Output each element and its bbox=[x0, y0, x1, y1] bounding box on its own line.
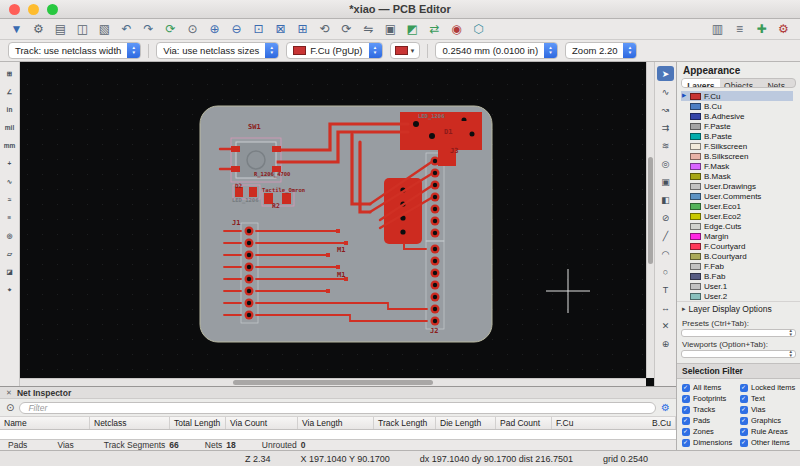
stepper-icon[interactable]: ▲▼ bbox=[544, 43, 557, 58]
layer-row-f-courtyard[interactable]: ▶ F.Courtyard bbox=[681, 241, 793, 251]
plugin-manager-button[interactable]: ✚ bbox=[751, 20, 772, 38]
tab-objects[interactable]: Objects bbox=[720, 79, 758, 87]
tab-layers[interactable]: Layers bbox=[682, 79, 720, 87]
checkbox-icon[interactable] bbox=[682, 428, 690, 436]
zoom-out-button[interactable]: ⊖ bbox=[226, 20, 247, 38]
column-die-length[interactable]: Die Length bbox=[436, 417, 496, 429]
layer-row-b-courtyard[interactable]: ▶ B.Courtyard bbox=[681, 251, 793, 261]
footprint-editor-button[interactable]: ◩ bbox=[402, 20, 423, 38]
scripting-console-button[interactable]: ≡ bbox=[729, 20, 750, 38]
filter-rule-areas[interactable]: Rule Areas bbox=[740, 427, 798, 436]
page-settings-button[interactable]: ▤ bbox=[50, 20, 71, 38]
column-name[interactable]: Name bbox=[0, 417, 90, 429]
find-button[interactable]: ⊙ bbox=[182, 20, 203, 38]
net-inspector-body[interactable] bbox=[0, 430, 676, 439]
group-button[interactable]: ▣ bbox=[380, 20, 401, 38]
layer-display-options[interactable]: ▸ Layer Display Options bbox=[677, 301, 800, 316]
close-panel-icon[interactable]: ✕ bbox=[6, 389, 12, 396]
column-track-length[interactable]: Track Length bbox=[374, 417, 436, 429]
layer-row-f-mask[interactable]: ▶ F.Mask bbox=[681, 161, 793, 171]
filter-pads[interactable]: Pads bbox=[682, 416, 740, 425]
minimize-window-button[interactable] bbox=[28, 4, 39, 15]
layer-color-swatch[interactable] bbox=[690, 203, 701, 210]
route-differential-pairs-button[interactable]: ⇉ bbox=[657, 120, 674, 135]
filter-zones[interactable]: Zones bbox=[682, 427, 740, 436]
grid-size-select[interactable]: 0.2540 mm (0.0100 in) ▲▼ bbox=[435, 42, 558, 59]
redo-button[interactable]: ↷ bbox=[138, 20, 159, 38]
draw-zone-button[interactable]: ◧ bbox=[657, 192, 674, 207]
rotate-ccw-button[interactable]: ⟲ bbox=[314, 20, 335, 38]
layer-color-button[interactable]: ▼ bbox=[390, 42, 421, 59]
rotate-cw-button[interactable]: ⟳ bbox=[336, 20, 357, 38]
layer-row-b-paste[interactable]: ▶ B.Paste bbox=[681, 131, 793, 141]
canvas-horizontal-scrollbar[interactable] bbox=[20, 378, 646, 386]
layer-row-user-drawings[interactable]: ▶ User.Drawings bbox=[681, 181, 793, 191]
checkbox-icon[interactable] bbox=[740, 417, 748, 425]
stepper-icon[interactable]: ▲▼ bbox=[369, 43, 382, 58]
checkbox-icon[interactable] bbox=[682, 384, 690, 392]
layer-color-swatch[interactable] bbox=[690, 213, 701, 220]
run-drc-button[interactable]: ◉ bbox=[446, 20, 467, 38]
flip-button[interactable]: ⇋ bbox=[358, 20, 379, 38]
stepper-icon[interactable]: ▲▼ bbox=[623, 43, 636, 58]
checkbox-icon[interactable] bbox=[740, 406, 748, 414]
layer-color-swatch[interactable] bbox=[690, 133, 701, 140]
add-dimension-button[interactable]: ↔ bbox=[657, 300, 674, 315]
filter-footprints[interactable]: Footprints bbox=[682, 394, 740, 403]
scrollbar-thumb[interactable] bbox=[233, 380, 433, 385]
viewports-select[interactable]: ▲▼ bbox=[681, 350, 796, 358]
polar-coordinates-button[interactable]: ∠ bbox=[1, 84, 18, 99]
layer-color-swatch[interactable] bbox=[690, 233, 701, 240]
layer-row-user-eco1[interactable]: ▶ User.Eco1 bbox=[681, 201, 793, 211]
checkbox-icon[interactable] bbox=[682, 439, 690, 447]
fullscreen-window-button[interactable] bbox=[47, 4, 58, 15]
tune-length-button[interactable]: ≋ bbox=[657, 138, 674, 153]
stepper-icon[interactable]: ▲▼ bbox=[265, 43, 278, 58]
units-inches-button[interactable]: in bbox=[1, 102, 18, 117]
column-total-length[interactable]: Total Length bbox=[170, 417, 226, 429]
layer-color-swatch[interactable] bbox=[690, 163, 701, 170]
refresh-button[interactable]: ⟳ bbox=[160, 20, 181, 38]
stepper-icon[interactable]: ▲▼ bbox=[127, 43, 140, 58]
rule-area-button[interactable]: ⊘ bbox=[657, 210, 674, 225]
via-size-select[interactable]: Via: use netclass sizes ▲▼ bbox=[156, 42, 279, 59]
layer-color-swatch[interactable] bbox=[690, 263, 701, 270]
layer-color-swatch[interactable] bbox=[690, 273, 701, 280]
zoom-fit-button[interactable]: ⊡ bbox=[248, 20, 269, 38]
close-window-button[interactable] bbox=[9, 4, 20, 15]
preferences-button[interactable]: ⚙ bbox=[773, 20, 794, 38]
place-via-button[interactable]: ◎ bbox=[657, 156, 674, 171]
plot-button[interactable]: ▧ bbox=[94, 20, 115, 38]
set-origin-button[interactable]: ⊕ bbox=[657, 336, 674, 351]
checkbox-icon[interactable] bbox=[682, 395, 690, 403]
layer-row-edge-cuts[interactable]: ▶ Edge.Cuts bbox=[681, 221, 793, 231]
filter-graphics[interactable]: Graphics bbox=[740, 416, 798, 425]
dim-inactive-layers-button[interactable]: ◪ bbox=[1, 264, 18, 279]
column-f-cu[interactable]: F.Cu bbox=[552, 417, 648, 429]
route-tracks-button[interactable]: ↝ bbox=[657, 102, 674, 117]
units-mm-button[interactable]: mm bbox=[1, 138, 18, 153]
show-layers-manager-button[interactable]: ▥ bbox=[707, 20, 728, 38]
layer-row-b-mask[interactable]: ▶ B.Mask bbox=[681, 171, 793, 181]
track-width-select[interactable]: Track: use netclass width ▲▼ bbox=[8, 42, 141, 59]
column-b-cu[interactable]: B.Cu bbox=[648, 417, 676, 429]
layer-row-f-silkscreen[interactable]: ▶ F.Silkscreen bbox=[681, 141, 793, 151]
configure-nets-icon[interactable]: ⚙ bbox=[661, 403, 670, 413]
layer-row-f-paste[interactable]: ▶ F.Paste bbox=[681, 121, 793, 131]
canvas-vertical-scrollbar[interactable] bbox=[646, 62, 654, 378]
cursor-shape-button[interactable]: + bbox=[1, 156, 18, 171]
layer-color-swatch[interactable] bbox=[690, 173, 701, 180]
zoom-select[interactable]: Zoom 2.20 ▲▼ bbox=[565, 42, 637, 59]
layer-color-swatch[interactable] bbox=[690, 93, 701, 100]
print-button[interactable]: ◫ bbox=[72, 20, 93, 38]
layer-color-swatch[interactable] bbox=[690, 103, 701, 110]
filter-text[interactable]: Text bbox=[740, 394, 798, 403]
footprint-sw1[interactable] bbox=[231, 142, 281, 178]
pcb-canvas[interactable]: SW1 R_1206_4700 D2 Tactile_Omron LED_120… bbox=[20, 62, 654, 386]
save-button[interactable]: ▼ bbox=[6, 20, 27, 38]
layer-row-f-cu[interactable]: ▶ F.Cu bbox=[681, 91, 793, 101]
column-via-length[interactable]: Via Length bbox=[298, 417, 374, 429]
layer-color-swatch[interactable] bbox=[690, 183, 701, 190]
layer-row-user-comments[interactable]: ▶ User.Comments bbox=[681, 191, 793, 201]
layer-color-swatch[interactable] bbox=[690, 123, 701, 130]
